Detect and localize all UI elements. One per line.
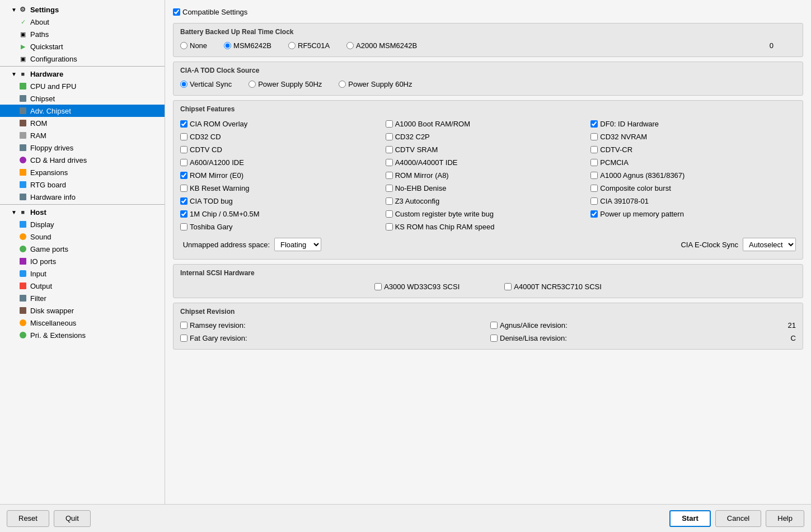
cb-denise-revision[interactable]: Denise/Lisa revision: bbox=[490, 334, 567, 342]
cb-cdtv-cd[interactable]: CDTV CD bbox=[180, 144, 386, 155]
cb-cia-391078-01[interactable]: CIA 391078-01 bbox=[590, 196, 796, 206]
sidebar-item-about[interactable]: ✓ About bbox=[0, 16, 165, 28]
pcmcia-cb[interactable] bbox=[590, 159, 598, 166]
agnus-revision-cb[interactable] bbox=[490, 322, 498, 329]
cia-tod-power-60hz-radio[interactable] bbox=[339, 81, 346, 88]
help-button[interactable]: Help bbox=[766, 510, 804, 527]
sidebar-item-configurations[interactable]: ▣ Configurations bbox=[0, 53, 165, 65]
kb-reset-warning-cb[interactable] bbox=[180, 185, 187, 192]
sidebar-item-cd-hard-drives[interactable]: CD & Hard drives bbox=[0, 154, 165, 166]
rom-mirror-e0-cb[interactable] bbox=[180, 172, 187, 179]
cb-a1000-boot-ram-rom[interactable]: A1000 Boot RAM/ROM bbox=[386, 119, 591, 129]
cb-cd32-nvram[interactable]: CD32 NVRAM bbox=[590, 131, 796, 142]
sidebar-item-display[interactable]: Display bbox=[0, 218, 165, 230]
df0-id-hardware-cb[interactable] bbox=[590, 120, 598, 128]
cb-a4000-ide[interactable]: A4000/A4000T IDE bbox=[386, 157, 591, 168]
cd32-nvram-cb[interactable] bbox=[590, 133, 598, 140]
cb-cdtv-sram[interactable]: CDTV SRAM bbox=[386, 144, 591, 155]
cdtv-sram-cb[interactable] bbox=[386, 146, 393, 153]
sidebar-item-io-ports[interactable]: IO ports bbox=[0, 255, 165, 267]
battery-clock-rf5c01a-radio[interactable] bbox=[288, 42, 296, 49]
ks-rom-chip-ram-speed-cb[interactable] bbox=[386, 223, 393, 230]
start-button[interactable]: Start bbox=[669, 510, 711, 527]
cb-ks-rom-chip-ram-speed[interactable]: KS ROM has Chip RAM speed bbox=[386, 222, 591, 232]
cb-agnus-revision[interactable]: Agnus/Alice revision: bbox=[490, 321, 568, 329]
cdtv-cd-cb[interactable] bbox=[180, 146, 187, 153]
cb-no-ehb-denise[interactable]: No-EHB Denise bbox=[386, 183, 591, 194]
battery-clock-msm6242b[interactable]: MSM6242B bbox=[224, 41, 271, 50]
cb-a600-a1200-ide[interactable]: A600/A1200 IDE bbox=[180, 157, 386, 168]
cb-kb-reset-warning[interactable]: KB Reset Warning bbox=[180, 183, 386, 194]
cb-fat-gary-revision[interactable]: Fat Gary revision: bbox=[180, 334, 247, 342]
sidebar-item-hardware-info[interactable]: Hardware info bbox=[0, 191, 165, 203]
battery-clock-msm6242b-radio[interactable] bbox=[224, 42, 231, 49]
toshiba-gary-cb[interactable] bbox=[180, 223, 187, 230]
rom-mirror-a8-cb[interactable] bbox=[386, 172, 393, 179]
cb-cd32-cd[interactable]: CD32 CD bbox=[180, 131, 386, 142]
a1000-agnus-cb[interactable] bbox=[590, 172, 598, 179]
composite-color-burst-cb[interactable] bbox=[590, 185, 598, 192]
a600-a1200-ide-cb[interactable] bbox=[180, 159, 187, 166]
sidebar-item-adv-chipset[interactable]: Adv. Chipset bbox=[0, 105, 165, 117]
sidebar-item-cpu-fpu[interactable]: CPU and FPU bbox=[0, 80, 165, 92]
sidebar-item-rtg-board[interactable]: RTG board bbox=[0, 178, 165, 191]
sidebar-item-floppy-drives[interactable]: Floppy drives bbox=[0, 142, 165, 154]
cb-toshiba-gary[interactable]: Toshiba Gary bbox=[180, 222, 386, 232]
a1000-boot-ram-rom-cb[interactable] bbox=[386, 120, 393, 128]
cb-pcmcia[interactable]: PCMCIA bbox=[590, 157, 796, 168]
battery-clock-rf5c01a[interactable]: RF5C01A bbox=[288, 41, 330, 50]
sidebar-group-settings[interactable]: ▼ ⚙ Settings bbox=[0, 3, 165, 16]
cb-cd32-c2p[interactable]: CD32 C2P bbox=[386, 131, 591, 142]
cb-cia-rom-overlay[interactable]: CIA ROM Overlay bbox=[180, 119, 386, 129]
cia-rom-overlay-cb[interactable] bbox=[180, 120, 187, 128]
cb-power-up-memory-pattern[interactable]: Power up memory pattern bbox=[590, 209, 796, 219]
sidebar-item-filter[interactable]: Filter bbox=[0, 292, 165, 304]
compatible-settings-checkbox[interactable] bbox=[173, 8, 180, 16]
unmapped-select[interactable]: Floating Zero One Random bbox=[274, 238, 321, 251]
battery-clock-none-radio[interactable] bbox=[180, 42, 187, 49]
cb-cdtv-cr[interactable]: CDTV-CR bbox=[590, 144, 796, 155]
cb-z3-autoconfig[interactable]: Z3 Autoconfig bbox=[386, 196, 591, 206]
cd32-c2p-cb[interactable] bbox=[386, 133, 393, 140]
cb-composite-color-burst[interactable]: Composite color burst bbox=[590, 183, 796, 194]
cb-a4000t-scsi[interactable]: A4000T NCR53C710 SCSI bbox=[504, 283, 602, 291]
sidebar-item-ram[interactable]: RAM bbox=[0, 129, 165, 142]
battery-clock-a2000-radio[interactable] bbox=[346, 42, 354, 49]
reset-button[interactable]: Reset bbox=[7, 510, 49, 527]
cia-tod-vertical-sync[interactable]: Vertical Sync bbox=[180, 80, 232, 88]
cb-rom-mirror-e0[interactable]: ROM Mirror (E0) bbox=[180, 170, 386, 181]
cb-ramsey-revision[interactable]: Ramsey revision: bbox=[180, 321, 246, 329]
battery-clock-a2000[interactable]: A2000 MSM6242B bbox=[346, 41, 417, 50]
cia-tod-bug-cb[interactable] bbox=[180, 197, 187, 205]
cdtv-cr-cb[interactable] bbox=[590, 146, 598, 153]
cd32-cd-cb[interactable] bbox=[180, 133, 187, 140]
cia-tod-power-50hz[interactable]: Power Supply 50Hz bbox=[249, 80, 322, 88]
sidebar-group-host[interactable]: ▼ ■ Host bbox=[0, 206, 165, 218]
sidebar-item-sound[interactable]: Sound bbox=[0, 230, 165, 243]
cia-tod-power-60hz[interactable]: Power Supply 60Hz bbox=[339, 80, 412, 88]
cb-cia-tod-bug[interactable]: CIA TOD bug bbox=[180, 196, 386, 206]
a4000t-scsi-cb[interactable] bbox=[504, 283, 512, 290]
sidebar-item-pri-extensions[interactable]: Pri. & Extensions bbox=[0, 329, 165, 341]
sidebar-item-output[interactable]: Output bbox=[0, 280, 165, 292]
1m-chip-cb[interactable] bbox=[180, 210, 187, 218]
sidebar-item-expansions[interactable]: Expansions bbox=[0, 166, 165, 178]
cb-custom-register-byte-write-bug[interactable]: Custom register byte write bug bbox=[386, 209, 591, 219]
cb-1m-chip[interactable]: 1M Chip / 0.5M+0.5M bbox=[180, 209, 386, 219]
sidebar-item-paths[interactable]: ▣ Paths bbox=[0, 28, 165, 40]
sidebar-item-rom[interactable]: ROM bbox=[0, 117, 165, 129]
sidebar-item-miscellaneous[interactable]: Miscellaneous bbox=[0, 317, 165, 329]
sidebar-item-game-ports[interactable]: Game ports bbox=[0, 243, 165, 255]
sidebar-item-disk-swapper[interactable]: Disk swapper bbox=[0, 304, 165, 317]
compatible-settings-checkbox-label[interactable]: Compatible Settings bbox=[173, 8, 247, 16]
cb-a1000-agnus[interactable]: A1000 Agnus (8361/8367) bbox=[590, 170, 796, 181]
a3000-scsi-cb[interactable] bbox=[374, 283, 382, 290]
power-up-memory-pattern-cb[interactable] bbox=[590, 210, 598, 218]
denise-revision-cb[interactable] bbox=[490, 335, 498, 342]
a4000-ide-cb[interactable] bbox=[386, 159, 393, 166]
sidebar-item-input[interactable]: Input bbox=[0, 267, 165, 280]
z3-autoconfig-cb[interactable] bbox=[386, 197, 393, 205]
custom-register-byte-write-bug-cb[interactable] bbox=[386, 210, 393, 218]
cia-tod-power-50hz-radio[interactable] bbox=[249, 81, 256, 88]
battery-clock-none[interactable]: None bbox=[180, 41, 207, 50]
